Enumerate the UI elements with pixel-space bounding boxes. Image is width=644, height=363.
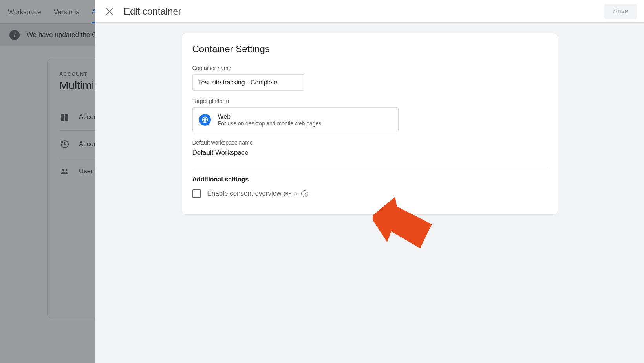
globe-icon [199,114,211,126]
help-icon[interactable]: ? [301,190,308,197]
save-button[interactable]: Save [604,4,637,19]
target-platform-label: Target platform [192,98,547,104]
close-icon [106,7,113,15]
platform-description: For use on desktop and mobile web pages [218,120,322,126]
default-workspace-value: Default Workspace [192,149,547,157]
additional-settings-title: Additional settings [192,176,547,183]
divider [192,168,547,168]
platform-name: Web [218,113,322,120]
target-platform-box[interactable]: Web For use on desktop and mobile web pa… [192,107,399,132]
close-button[interactable] [102,4,117,18]
card-title: Container Settings [192,44,547,55]
beta-badge: (BETA) [284,191,299,196]
container-settings-card: Container Settings Container name Target… [182,33,558,215]
consent-label-text: Enable consent overview [207,190,282,198]
drawer-title: Edit container [124,6,597,17]
container-name-input[interactable] [192,74,304,91]
default-workspace-label: Default workspace name [192,139,547,146]
drawer-header: Edit container Save [95,0,644,23]
consent-overview-label: Enable consent overview (BETA) ? [207,190,308,198]
drawer-body: Container Settings Container name Target… [95,23,644,363]
consent-overview-checkbox[interactable] [192,189,201,198]
edit-container-drawer: Edit container Save Container Settings C… [95,0,644,363]
consent-overview-row: Enable consent overview (BETA) ? [192,189,547,198]
container-name-label: Container name [192,65,547,71]
